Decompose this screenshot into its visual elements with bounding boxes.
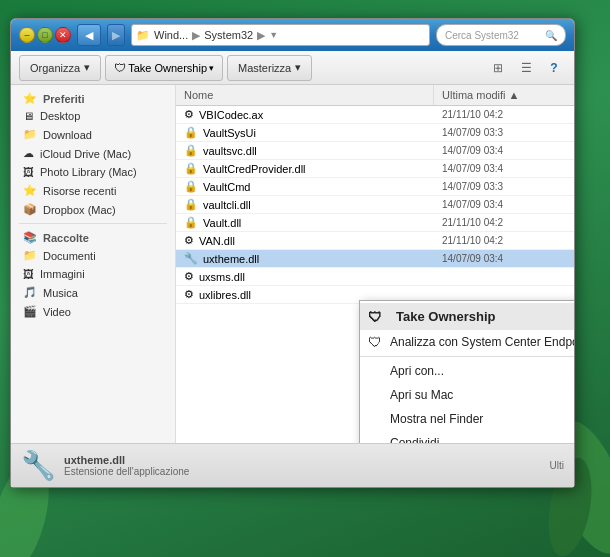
file-icon: ⚙ [184, 270, 194, 283]
documenti-icon: 📁 [23, 249, 37, 262]
organize-arrow: ▾ [84, 61, 90, 74]
risorse-icon: ⭐ [23, 184, 37, 197]
file-icon: ⚙ [184, 234, 194, 247]
context-apri-mac-label: Apri su Mac [390, 388, 453, 402]
desktop-icon: 🖥 [23, 110, 34, 122]
sidebar-item-documenti[interactable]: 📁 Documenti [11, 246, 175, 265]
context-menu-mostra-finder[interactable]: Mostra nel Finder [360, 407, 574, 431]
dropbox-icon: 📦 [23, 203, 37, 216]
burn-button[interactable]: Masterizza ▾ [227, 55, 312, 81]
shield-icon: 🛡 [114, 61, 126, 75]
file-row[interactable]: 🔒Vault.dll 21/11/10 04:2 [176, 214, 574, 232]
minimize-button[interactable]: – [19, 27, 35, 43]
search-icon: 🔍 [545, 30, 557, 41]
file-row[interactable]: 🔒vaultcli.dll 14/07/09 03:4 [176, 196, 574, 214]
take-ownership-label: Take Ownership [128, 62, 207, 74]
close-button[interactable]: ✕ [55, 27, 71, 43]
address-part-1: Wind... [154, 29, 188, 41]
file-area: Nome Ultima modifi ▲ ⚙VBICodec.ax 21/11/… [176, 85, 574, 443]
star-icon: ⭐ [23, 92, 37, 105]
col-date-header[interactable]: Ultima modifi ▲ [434, 85, 574, 105]
context-menu-condividi[interactable]: Condividi ► [360, 431, 574, 443]
window-controls: – □ ✕ [19, 27, 71, 43]
context-menu-analyze[interactable]: 🛡 Analizza con System Center Endpoint Pr… [360, 330, 574, 354]
sidebar: ⭐ Preferiti 🖥 Desktop 📁 Download ☁ iClou… [11, 85, 176, 443]
musica-icon: 🎵 [23, 286, 37, 299]
sidebar-item-desktop[interactable]: 🖥 Desktop [11, 107, 175, 125]
file-row[interactable]: ⚙VBICodec.ax 21/11/10 04:2 [176, 106, 574, 124]
status-bar: 🔧 uxtheme.dll Estensione dell'applicazio… [11, 443, 574, 487]
analyze-icon: 🛡 [368, 334, 382, 350]
status-file-type: Estensione dell'applicazione [64, 466, 189, 477]
status-file-name: uxtheme.dll [64, 454, 189, 466]
view-tiles-button[interactable]: ⊞ [486, 57, 510, 79]
forward-button[interactable]: ▶ [107, 24, 125, 46]
sidebar-item-raccolte-header: 📚 Raccolte [11, 228, 175, 246]
folder-icon: 📁 [136, 29, 150, 42]
download-icon: 📁 [23, 128, 37, 141]
burn-label: Masterizza [238, 62, 291, 74]
search-placeholder: Cerca System32 [445, 30, 519, 41]
file-row[interactable]: 🔒VaultSysUi 14/07/09 03:3 [176, 124, 574, 142]
take-ownership-button[interactable]: 🛡 Take Ownership ▾ [105, 55, 223, 81]
status-file-info: uxtheme.dll Estensione dell'applicazione [64, 454, 189, 477]
take-ownership-arrow: ▾ [209, 63, 214, 73]
photo-icon: 🖼 [23, 166, 34, 178]
file-row[interactable]: ⚙VAN.dll 21/11/10 04:2 [176, 232, 574, 250]
status-date: Ulti [550, 460, 564, 471]
shield-menu-icon: 🛡 [368, 309, 382, 325]
explorer-window: – □ ✕ ◀ ▶ 📁 Wind... ▶ System32 ▶ ▼ Cerca… [10, 18, 575, 488]
sidebar-item-risorse[interactable]: ⭐ Risorse recenti [11, 181, 175, 200]
file-icon: ⚙ [184, 108, 194, 121]
toolbar: Organizza ▾ 🛡 Take Ownership ▾ Masterizz… [11, 51, 574, 85]
back-button[interactable]: ◀ [77, 24, 101, 46]
sidebar-item-photo[interactable]: 🖼 Photo Library (Mac) [11, 163, 175, 181]
organize-label: Organizza [30, 62, 80, 74]
context-apri-con-label: Apri con... [390, 364, 444, 378]
maximize-button[interactable]: □ [37, 27, 53, 43]
file-icon: ⚙ [184, 288, 194, 301]
sidebar-item-icloud[interactable]: ☁ iCloud Drive (Mac) [11, 144, 175, 163]
video-icon: 🎬 [23, 305, 37, 318]
file-icon: 🔧 [184, 252, 198, 265]
col-name-header[interactable]: Nome [176, 85, 434, 105]
search-bar[interactable]: Cerca System32 🔍 [436, 24, 566, 46]
file-row[interactable]: ⚙uxsms.dll [176, 268, 574, 286]
immagini-icon: 🖼 [23, 268, 34, 280]
icloud-icon: ☁ [23, 147, 34, 160]
address-part-2: System32 [204, 29, 253, 41]
sidebar-item-download[interactable]: 📁 Download [11, 125, 175, 144]
file-icon: 🔒 [184, 144, 198, 157]
help-button[interactable]: ? [542, 57, 566, 79]
raccolte-icon: 📚 [23, 231, 37, 244]
context-menu: 🛡 Take Ownership 🛡 Analizza con System C… [359, 300, 574, 443]
status-file-icon: 🔧 [21, 449, 56, 482]
view-list-button[interactable]: ☰ [514, 57, 538, 79]
file-icon: 🔒 [184, 198, 198, 211]
file-row[interactable]: 🔒VaultCmd 14/07/09 03:3 [176, 178, 574, 196]
sidebar-item-dropbox[interactable]: 📦 Dropbox (Mac) [11, 200, 175, 219]
address-dropdown[interactable]: ▼ [269, 30, 278, 40]
context-menu-apri-mac[interactable]: Apri su Mac [360, 383, 574, 407]
organize-button[interactable]: Organizza ▾ [19, 55, 101, 81]
context-menu-take-ownership[interactable]: 🛡 Take Ownership [360, 303, 574, 330]
file-row-selected[interactable]: 🔧uxtheme.dll 14/07/09 03:4 [176, 250, 574, 268]
context-menu-separator-1 [360, 356, 574, 357]
sidebar-item-preferiti-header: ⭐ Preferiti [11, 89, 175, 107]
main-area: ⭐ Preferiti 🖥 Desktop 📁 Download ☁ iClou… [11, 85, 574, 443]
address-bar[interactable]: 📁 Wind... ▶ System32 ▶ ▼ [131, 24, 430, 46]
title-bar: – □ ✕ ◀ ▶ 📁 Wind... ▶ System32 ▶ ▼ Cerca… [11, 19, 574, 51]
file-row[interactable]: 🔒VaultCredProvider.dll 14/07/09 03:4 [176, 160, 574, 178]
sidebar-item-musica[interactable]: 🎵 Musica [11, 283, 175, 302]
context-condividi-label: Condividi [390, 436, 439, 443]
context-menu-apri-con[interactable]: Apri con... [360, 359, 574, 383]
sidebar-item-video[interactable]: 🎬 Video [11, 302, 175, 321]
file-icon: 🔒 [184, 180, 198, 193]
sidebar-item-immagini[interactable]: 🖼 Immagini [11, 265, 175, 283]
sidebar-download-label: Download [43, 129, 92, 141]
address-separator-2: ▶ [257, 29, 265, 42]
file-icon: 🔒 [184, 126, 198, 139]
context-analyze-label: Analizza con System Center Endpoint Prot… [390, 335, 574, 349]
file-list-header: Nome Ultima modifi ▲ [176, 85, 574, 106]
file-row[interactable]: 🔒vaultsvc.dll 14/07/09 03:4 [176, 142, 574, 160]
